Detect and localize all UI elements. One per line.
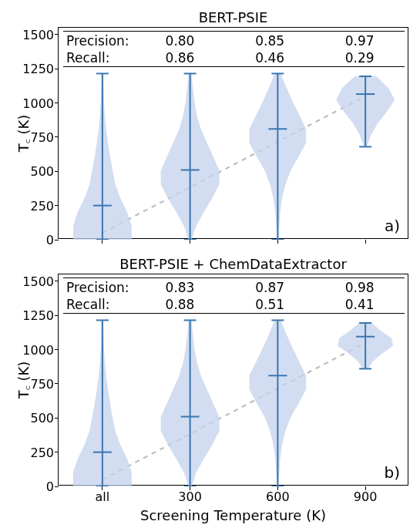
stats-row: Recall:0.860.460.29 bbox=[63, 49, 405, 66]
y-tick-label: 500 bbox=[30, 411, 54, 425]
stats-cell: 0.86 bbox=[135, 49, 225, 66]
dashed-guide-line bbox=[102, 96, 365, 233]
stats-head: Precision: bbox=[63, 32, 135, 49]
y-tick-label: 500 bbox=[30, 164, 54, 179]
y-tick-label: 0 bbox=[46, 479, 54, 494]
stats-cell: 0.98 bbox=[314, 279, 405, 296]
panel-a: BERT-PSIE0250500750100012501500a)Precisi… bbox=[58, 27, 408, 239]
panel-b: BERT-PSIE + ChemDataExtractor02505007501… bbox=[58, 274, 408, 486]
y-axis-label: T꜀ (K) bbox=[15, 357, 32, 403]
stats-row: Precision:0.800.850.97 bbox=[63, 32, 405, 49]
x-tick-label: 900 bbox=[354, 489, 378, 504]
stats-head: Recall: bbox=[63, 296, 135, 313]
y-tick-label: 1000 bbox=[22, 342, 54, 357]
stats-cell: 0.97 bbox=[314, 32, 405, 49]
y-tick-label: 750 bbox=[30, 376, 54, 391]
table-rule bbox=[63, 66, 405, 67]
panel-label: a) bbox=[385, 217, 400, 235]
x-tick bbox=[277, 240, 278, 244]
stats-cell: 0.46 bbox=[225, 49, 315, 66]
x-tick-label: 600 bbox=[266, 489, 290, 504]
x-tick bbox=[365, 240, 366, 244]
x-tick bbox=[102, 240, 102, 244]
stats-table: Precision:0.800.850.97Recall:0.860.460.2… bbox=[63, 32, 405, 66]
stats-row: Precision:0.830.870.98 bbox=[63, 279, 405, 296]
y-tick-label: 250 bbox=[30, 445, 54, 459]
stats-cell: 0.29 bbox=[314, 49, 405, 66]
y-tick-label: 250 bbox=[30, 198, 54, 213]
stats-row: Recall:0.880.510.41 bbox=[63, 296, 405, 313]
x-axis-label: Screening Temperature (K) bbox=[58, 507, 408, 523]
dashed-guide-line bbox=[102, 343, 365, 479]
stats-head: Recall: bbox=[63, 49, 135, 66]
y-tick-label: 1000 bbox=[22, 96, 54, 110]
panel-title: BERT-PSIE bbox=[59, 9, 408, 25]
stats-cell: 0.88 bbox=[135, 296, 225, 313]
x-tick-label: 300 bbox=[178, 489, 202, 504]
stats-cell: 0.87 bbox=[225, 279, 315, 296]
stats-cell: 0.83 bbox=[135, 279, 225, 296]
panel-title: BERT-PSIE + ChemDataExtractor bbox=[59, 256, 408, 272]
stats-cell: 0.51 bbox=[225, 296, 315, 313]
y-tick-label: 750 bbox=[30, 129, 54, 144]
y-tick-label: 1250 bbox=[22, 62, 54, 76]
y-tick-label: 1500 bbox=[22, 274, 54, 288]
x-tick bbox=[190, 240, 190, 244]
y-tick-label: 0 bbox=[46, 233, 54, 247]
table-rule bbox=[63, 277, 405, 278]
stats-cell: 0.80 bbox=[135, 32, 225, 49]
y-tick-label: 1250 bbox=[22, 308, 54, 323]
panel-label: b) bbox=[385, 463, 401, 482]
table-rule bbox=[63, 31, 405, 32]
stats-head: Precision: bbox=[63, 279, 135, 296]
stats-table: Precision:0.830.870.98Recall:0.880.510.4… bbox=[63, 279, 405, 313]
stats-cell: 0.85 bbox=[225, 32, 315, 49]
stats-cell: 0.41 bbox=[314, 296, 405, 313]
table-rule bbox=[63, 313, 405, 314]
x-tick-label: all bbox=[96, 489, 110, 504]
y-tick-label: 1500 bbox=[22, 27, 54, 42]
y-axis-label: T꜀ (K) bbox=[15, 110, 32, 156]
